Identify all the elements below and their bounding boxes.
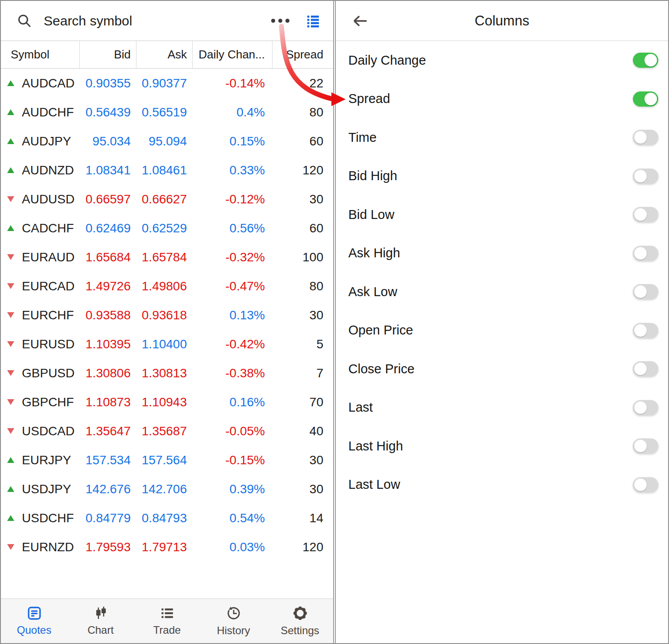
more-options-button[interactable] xyxy=(271,19,289,23)
ask-value: 1.10943 xyxy=(136,395,192,409)
ask-value: 1.65784 xyxy=(136,250,192,264)
page-title: Columns xyxy=(336,13,668,29)
triangle-down-icon xyxy=(7,399,14,405)
triangle-down-icon xyxy=(7,544,14,550)
toggle-on[interactable] xyxy=(633,91,658,107)
bid-value: 1.79593 xyxy=(79,540,136,554)
columns-header: Columns xyxy=(336,1,668,41)
bid-value: 157.534 xyxy=(79,453,136,467)
quote-row[interactable]: EURNZD 1.79593 1.79713 0.03% 120 xyxy=(1,533,333,561)
quote-row[interactable]: GBPCHF 1.10873 1.10943 0.16% 70 xyxy=(1,388,333,417)
triangle-down-icon xyxy=(7,341,14,347)
column-label: Bid High xyxy=(348,169,397,183)
columns-list: Daily Change Spread Time Bid High Bid Lo… xyxy=(336,41,668,504)
column-label: Ask High xyxy=(348,246,400,260)
toggle-off[interactable] xyxy=(633,477,658,492)
toggle-off[interactable] xyxy=(633,284,658,299)
column-toggle-row-time[interactable]: Time xyxy=(336,118,668,157)
quote-row[interactable]: USDCHF 0.84779 0.84793 0.54% 14 xyxy=(1,504,333,533)
column-toggle-row-last-low[interactable]: Last Low xyxy=(336,466,668,504)
toggle-off[interactable] xyxy=(633,130,658,145)
symbol-name: USDJPY xyxy=(22,482,71,496)
toggle-knob xyxy=(634,363,647,375)
ask-value: 0.84793 xyxy=(136,511,192,525)
columns-view-button[interactable] xyxy=(306,14,320,28)
nav-tab-trade[interactable]: Trade xyxy=(134,599,200,643)
ask-value: 1.10400 xyxy=(136,337,192,351)
quote-row[interactable]: AUDCAD 0.90355 0.90377 -0.14% 22 xyxy=(1,69,333,98)
column-label: Daily Change xyxy=(348,53,426,68)
column-toggle-row-spread[interactable]: Spread xyxy=(336,80,668,119)
symbol-name: EURAUD xyxy=(22,250,74,264)
symbol-name: CADCHF xyxy=(22,221,74,235)
quote-row[interactable]: AUDJPY 95.034 95.094 0.15% 60 xyxy=(1,127,333,156)
triangle-down-icon xyxy=(7,370,14,376)
daily-change-value: 0.15% xyxy=(192,134,272,149)
toggle-knob xyxy=(634,247,647,260)
toggle-off[interactable] xyxy=(633,246,658,261)
quote-row[interactable]: EURAUD 1.65684 1.65784 -0.32% 100 xyxy=(1,243,333,272)
spread-value: 30 xyxy=(272,453,333,467)
symbol-name: AUDUSD xyxy=(22,192,74,206)
quote-row[interactable]: EURJPY 157.534 157.564 -0.15% 30 xyxy=(1,446,333,475)
quote-row[interactable]: EURCAD 1.49726 1.49806 -0.47% 80 xyxy=(1,272,333,301)
quote-row[interactable]: AUDNZD 1.08341 1.08461 0.33% 120 xyxy=(1,156,333,185)
quote-row[interactable]: CADCHF 0.62469 0.62529 0.56% 60 xyxy=(1,214,333,243)
daily-change-value: 0.4% xyxy=(192,105,272,120)
quote-row[interactable]: EURCHF 0.93588 0.93618 0.13% 30 xyxy=(1,301,333,330)
quote-row[interactable]: AUDCHF 0.56439 0.56519 0.4% 80 xyxy=(1,98,333,127)
ask-value: 1.30813 xyxy=(136,366,192,380)
daily-change-value: 0.39% xyxy=(192,482,272,496)
column-toggle-row-ask-low[interactable]: Ask Low xyxy=(336,272,668,311)
search-input[interactable] xyxy=(43,13,271,29)
symbol-name: EURJPY xyxy=(22,453,71,467)
quote-row[interactable]: USDJPY 142.676 142.706 0.39% 30 xyxy=(1,475,333,504)
column-label: Time xyxy=(348,130,376,145)
bid-value: 1.30806 xyxy=(79,366,136,380)
toggle-off[interactable] xyxy=(633,207,658,222)
list-columns-icon xyxy=(306,14,320,28)
triangle-down-icon xyxy=(7,254,14,260)
quote-row[interactable]: EURUSD 1.10395 1.10400 -0.42% 5 xyxy=(1,330,333,359)
bid-value: 0.84779 xyxy=(79,511,136,525)
column-toggle-row-bid-high[interactable]: Bid High xyxy=(336,157,668,196)
toggle-off[interactable] xyxy=(633,169,658,184)
bid-value: 0.62469 xyxy=(79,221,136,235)
ask-value: 1.79713 xyxy=(136,540,192,554)
quote-row[interactable]: GBPUSD 1.30806 1.30813 -0.38% 7 xyxy=(1,359,333,388)
quote-row[interactable]: USDCAD 1.35647 1.35687 -0.05% 40 xyxy=(1,417,333,446)
bid-value: 1.49726 xyxy=(79,279,136,293)
bid-value: 1.10395 xyxy=(79,337,136,351)
nav-tab-quotes[interactable]: Quotes xyxy=(1,599,67,643)
ask-value: 142.706 xyxy=(136,482,192,496)
triangle-down-icon xyxy=(7,428,14,434)
column-toggle-row-close-price[interactable]: Close Price xyxy=(336,350,668,388)
toggle-on[interactable] xyxy=(633,53,658,68)
toggle-off[interactable] xyxy=(633,400,658,415)
triangle-up-icon xyxy=(7,138,14,144)
bid-value: 95.034 xyxy=(79,134,136,149)
triangle-up-icon xyxy=(7,457,14,463)
daily-change-value: -0.12% xyxy=(192,192,272,206)
quote-row[interactable]: AUDUSD 0.66597 0.66627 -0.12% 30 xyxy=(1,185,333,214)
toggle-knob xyxy=(634,324,647,337)
nav-tab-settings[interactable]: Settings xyxy=(267,599,333,643)
toggle-off[interactable] xyxy=(633,323,658,338)
column-toggle-row-last[interactable]: Last xyxy=(336,388,668,427)
spread-value: 60 xyxy=(272,221,333,235)
column-toggle-row-ask-high[interactable]: Ask High xyxy=(336,234,668,273)
bid-value: 1.10873 xyxy=(79,395,136,409)
nav-tab-history[interactable]: History xyxy=(200,599,267,643)
column-toggle-row-open-price[interactable]: Open Price xyxy=(336,311,668,350)
toggle-off[interactable] xyxy=(633,361,658,376)
triangle-down-icon xyxy=(7,283,14,289)
ask-value: 1.08461 xyxy=(136,163,192,178)
back-button[interactable] xyxy=(352,1,369,41)
nav-tab-chart[interactable]: Chart xyxy=(67,599,134,643)
spread-value: 7 xyxy=(272,366,333,380)
column-toggle-row-last-high[interactable]: Last High xyxy=(336,427,668,466)
column-toggle-row-bid-low[interactable]: Bid Low xyxy=(336,195,668,234)
history-icon xyxy=(226,606,241,621)
toggle-off[interactable] xyxy=(633,438,658,454)
column-toggle-row-daily-change[interactable]: Daily Change xyxy=(336,41,668,80)
